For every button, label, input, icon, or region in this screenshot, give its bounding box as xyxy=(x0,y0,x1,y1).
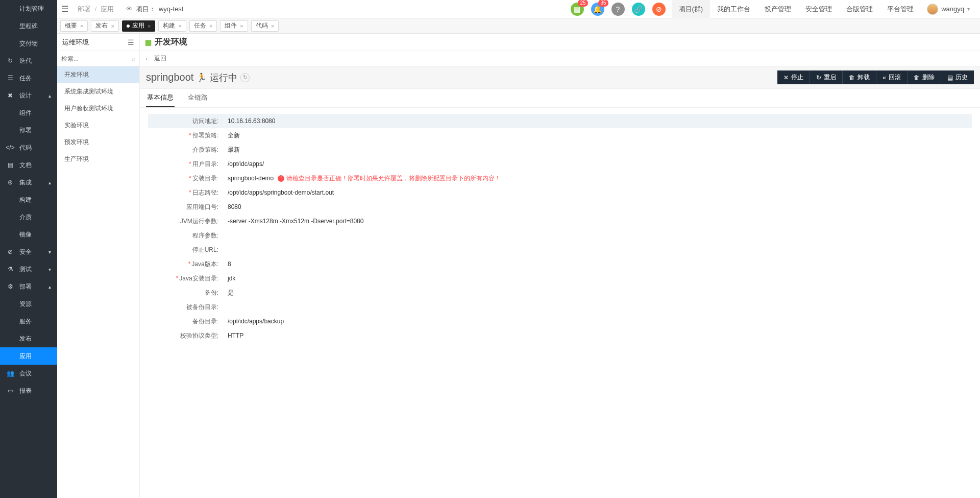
subtab-5[interactable]: 组件× xyxy=(220,20,248,32)
nav-label: 介质 xyxy=(19,213,32,222)
nav-item-5[interactable]: ✖设计▴ xyxy=(0,87,57,104)
close-icon[interactable]: × xyxy=(209,23,212,29)
info-label: JVM运行参数: xyxy=(148,217,224,226)
collapse-icon[interactable]: ☰ xyxy=(128,38,134,46)
info-row-4: *安装目录:springboot-demo!请检查目录是否正确！部署时如果允许覆… xyxy=(148,171,972,185)
chevron-down-icon: ▾ xyxy=(967,6,970,12)
user-menu[interactable]: wangyq ▾ xyxy=(921,4,976,15)
info-value: 最新 xyxy=(224,146,240,154)
env-search-input[interactable] xyxy=(61,55,132,62)
chevron-icon: ▾ xyxy=(48,267,51,272)
nav-item-4[interactable]: ☰任务 xyxy=(0,69,57,87)
nav-item-0[interactable]: 计划管理 xyxy=(0,0,57,17)
nav-item-18[interactable]: 服务 xyxy=(0,313,57,330)
nav-item-7[interactable]: 部署 xyxy=(0,122,57,139)
nav-item-1[interactable]: 里程碑 xyxy=(0,17,57,35)
detail-tab-0[interactable]: 基本信息 xyxy=(146,89,175,107)
nav-item-22[interactable]: ▭报表 xyxy=(0,382,57,399)
env-search: ⌕ xyxy=(57,51,139,66)
close-icon[interactable]: × xyxy=(240,23,243,29)
info-row-12: 备份:是 xyxy=(148,286,972,300)
nav-item-3[interactable]: ↻迭代 xyxy=(0,52,57,69)
breadcrumb-b[interactable]: 应用 xyxy=(101,5,114,13)
env-item-5[interactable]: 生产环境 xyxy=(57,151,139,168)
nav-item-21[interactable]: 👥会议 xyxy=(0,365,57,382)
detail-tab-1[interactable]: 全链路 xyxy=(187,89,209,107)
env-item-4[interactable]: 预发环境 xyxy=(57,134,139,151)
chevron-icon: ▴ xyxy=(48,180,51,185)
action-btn-1[interactable]: ↻重启 xyxy=(810,70,843,84)
close-icon[interactable]: × xyxy=(178,23,181,29)
close-icon[interactable]: × xyxy=(271,23,274,29)
env-item-0[interactable]: 开发环境 xyxy=(57,66,139,83)
nav-item-9[interactable]: ▤文档 xyxy=(0,156,57,174)
back-label: 返回 xyxy=(154,54,166,63)
top-tabs: 项目(群)我的工作台投产管理安全管理合版管理平台管理 xyxy=(672,0,921,18)
nav-item-10[interactable]: ⊛集成▴ xyxy=(0,174,57,191)
nav-label: 任务 xyxy=(19,74,32,83)
action-btn-0[interactable]: ✕停止 xyxy=(777,70,810,84)
top-tab-3[interactable]: 安全管理 xyxy=(798,0,839,18)
search-icon[interactable]: ⌕ xyxy=(132,55,135,62)
top-tab-0[interactable]: 项目(群) xyxy=(672,0,710,18)
nav-label: 镜像 xyxy=(19,230,32,239)
action-btn-5[interactable]: ▤历史 xyxy=(941,70,974,84)
back-button[interactable]: ← 返回 xyxy=(140,51,980,66)
warning: !请检查目录是否正确！部署时如果允许覆盖，将删除所配置目录下的所有内容！ xyxy=(278,174,501,183)
nav-item-11[interactable]: 构建 xyxy=(0,191,57,208)
nav-item-15[interactable]: ⚗测试▾ xyxy=(0,260,57,278)
grid-icon: ▦ xyxy=(145,38,152,46)
env-sidebar-title: 运维环境 xyxy=(62,38,89,47)
subtab-3[interactable]: 构建× xyxy=(158,20,186,32)
help-icon[interactable]: ? xyxy=(611,3,625,16)
env-item-1[interactable]: 系统集成测试环境 xyxy=(57,83,139,100)
avatar xyxy=(927,4,938,15)
subtab-1[interactable]: 发布× xyxy=(91,20,118,32)
hamburger-icon[interactable]: ☰ xyxy=(61,4,74,14)
nav-icon: ⚙ xyxy=(6,283,14,290)
action-btn-2[interactable]: 🗑卸载 xyxy=(843,70,876,84)
env-item-3[interactable]: 实验环境 xyxy=(57,117,139,134)
nav-item-14[interactable]: ⊘安全▾ xyxy=(0,243,57,260)
subtab-6[interactable]: 代码× xyxy=(251,20,279,32)
top-tab-2[interactable]: 投产管理 xyxy=(757,0,798,18)
dot-icon xyxy=(127,25,130,28)
app-bar: springboot 🏃 运行中 ↻ ✕停止↻重启🗑卸载«回滚🗑删除▤历史 xyxy=(140,66,980,89)
block-icon[interactable]: ⊘ xyxy=(652,3,666,16)
nav-label: 部署 xyxy=(19,282,32,291)
info-value: HTTP xyxy=(224,332,243,339)
close-icon[interactable]: × xyxy=(80,23,83,29)
nav-item-16[interactable]: ⚙部署▴ xyxy=(0,278,57,295)
subtab-4[interactable]: 任务× xyxy=(189,20,217,32)
link-icon[interactable]: 🔗 xyxy=(632,3,645,16)
env-sidebar: 运维环境 ☰ ⌕ 开发环境系统集成测试环境用户验收测试环境实验环境预发环境生产环… xyxy=(57,34,140,498)
close-icon[interactable]: × xyxy=(111,23,114,29)
nav-item-17[interactable]: 资源 xyxy=(0,295,57,313)
chevron-icon: ▴ xyxy=(48,284,51,290)
btn-icon: 🗑 xyxy=(849,74,855,81)
subtab-2[interactable]: 应用× xyxy=(122,20,155,32)
refresh-icon[interactable]: ↻ xyxy=(240,73,250,82)
notif-bell-icon[interactable]: 🔔35 xyxy=(591,3,604,16)
action-btn-4[interactable]: 🗑删除 xyxy=(908,70,941,84)
nav-item-20[interactable]: 应用 xyxy=(0,347,57,365)
top-tab-4[interactable]: 合版管理 xyxy=(839,0,880,18)
nav-item-12[interactable]: 介质 xyxy=(0,208,57,226)
project-selector[interactable]: 👁 项目： wyq-test xyxy=(126,5,183,14)
top-tab-5[interactable]: 平台管理 xyxy=(880,0,921,18)
info-label: 停止URL: xyxy=(148,246,224,254)
close-icon[interactable]: × xyxy=(148,23,151,29)
nav-item-13[interactable]: 镜像 xyxy=(0,226,57,243)
nav-item-19[interactable]: 发布 xyxy=(0,330,57,347)
notif-green-icon[interactable]: ▤25 xyxy=(571,3,584,16)
action-btn-3[interactable]: «回滚 xyxy=(876,70,908,84)
top-tab-1[interactable]: 我的工作台 xyxy=(710,0,757,18)
subtab-0[interactable]: 概要× xyxy=(60,20,88,32)
nav-item-2[interactable]: 交付物 xyxy=(0,35,57,52)
nav-item-8[interactable]: </>代码 xyxy=(0,139,57,156)
env-item-2[interactable]: 用户验收测试环境 xyxy=(57,100,139,117)
breadcrumb-a[interactable]: 部署 xyxy=(78,5,91,13)
info-value: springboot-demo!请检查目录是否正确！部署时如果允许覆盖，将删除所… xyxy=(224,174,501,183)
info-row-15: 校验协议类型:HTTP xyxy=(148,328,972,343)
nav-item-6[interactable]: 组件 xyxy=(0,104,57,122)
